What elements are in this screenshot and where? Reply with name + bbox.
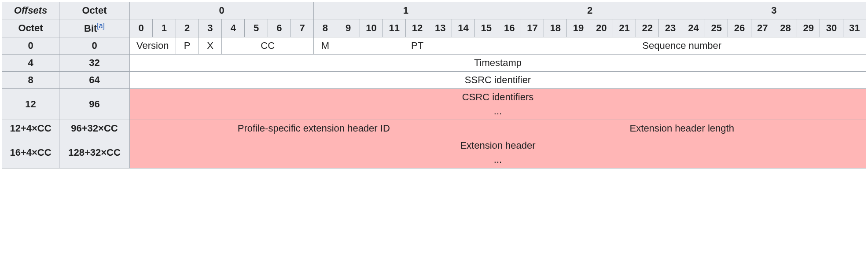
row-bit-offset: 128+32×CC <box>59 137 130 168</box>
field-cell: CC <box>222 37 314 55</box>
row-bit-offset: 96+32×CC <box>59 120 130 137</box>
table-row: 16+4×CC128+32×CCExtension header... <box>2 137 866 168</box>
octet-col-3: 3 <box>682 2 866 19</box>
bit-col-25: 25 <box>705 19 728 37</box>
field-cell: Profile-specific extension header ID <box>130 120 498 137</box>
bit-col-2: 2 <box>176 19 199 37</box>
bit-col-14: 14 <box>452 19 474 37</box>
header-bit-text: Bit <box>84 23 97 34</box>
bit-col-9: 9 <box>337 19 360 37</box>
field-cell: CSRC identifiers... <box>130 89 866 120</box>
bit-col-1: 1 <box>153 19 176 37</box>
bit-col-11: 11 <box>383 19 406 37</box>
field-cell: Version <box>130 37 176 55</box>
field-cell: Sequence number <box>498 37 866 55</box>
table-row: 864SSRC identifier <box>2 72 866 89</box>
bit-col-31: 31 <box>843 19 866 37</box>
bit-col-27: 27 <box>751 19 774 37</box>
header-row-octet-groups: Offsets Octet 0 1 2 3 <box>2 2 866 19</box>
field-cell: X <box>199 37 221 55</box>
row-octet-offset: 0 <box>2 37 59 55</box>
bit-col-10: 10 <box>360 19 383 37</box>
row-octet-offset: 16+4×CC <box>2 137 59 168</box>
table-row: 1296CSRC identifiers... <box>2 89 866 120</box>
row-bit-offset: 96 <box>59 89 130 120</box>
row-bit-offset: 32 <box>59 55 130 72</box>
field-label: CSRC identifiers <box>133 91 862 103</box>
table-header: Offsets Octet 0 1 2 3 Octet Bit[a] 01234… <box>2 2 866 37</box>
header-offsets: Offsets <box>2 2 59 19</box>
row-octet-offset: 12+4×CC <box>2 120 59 137</box>
field-cell: M <box>314 37 337 55</box>
header-row-bits: Octet Bit[a] 012345678910111213141516171… <box>2 19 866 37</box>
bit-col-6: 6 <box>268 19 291 37</box>
octet-col-1: 1 <box>314 2 498 19</box>
header-octet-label: Octet <box>59 2 130 19</box>
bit-col-21: 21 <box>613 19 636 37</box>
bit-col-13: 13 <box>429 19 452 37</box>
bit-col-7: 7 <box>291 19 313 37</box>
octet-col-2: 2 <box>498 2 682 19</box>
bit-col-28: 28 <box>774 19 797 37</box>
row-octet-offset: 12 <box>2 89 59 120</box>
row-bit-offset: 64 <box>59 72 130 89</box>
bit-col-23: 23 <box>659 19 682 37</box>
field-cell: Timestamp <box>130 55 866 72</box>
bit-col-15: 15 <box>475 19 498 37</box>
bit-col-12: 12 <box>406 19 429 37</box>
header-bit-label: Bit[a] <box>59 19 130 37</box>
bit-col-17: 17 <box>521 19 544 37</box>
bit-col-24: 24 <box>682 19 705 37</box>
table-row: 00VersionPXCCMPTSequence number <box>2 37 866 55</box>
bit-col-0: 0 <box>130 19 153 37</box>
table-row: 432Timestamp <box>2 55 866 72</box>
bit-col-4: 4 <box>222 19 245 37</box>
bit-col-3: 3 <box>199 19 221 37</box>
header-octet-label-2: Octet <box>2 19 59 37</box>
bit-col-18: 18 <box>544 19 567 37</box>
bit-col-30: 30 <box>820 19 843 37</box>
row-bit-offset: 0 <box>59 37 130 55</box>
field-label: Extension header <box>133 140 862 151</box>
row-octet-offset: 4 <box>2 55 59 72</box>
bit-col-5: 5 <box>245 19 268 37</box>
bit-col-8: 8 <box>314 19 337 37</box>
field-cell: PT <box>337 37 498 55</box>
field-cell: SSRC identifier <box>130 72 866 89</box>
bit-col-20: 20 <box>590 19 613 37</box>
packet-header-table: Offsets Octet 0 1 2 3 Octet Bit[a] 01234… <box>2 2 866 168</box>
table-row: 12+4×CC96+32×CCProfile-specific extensio… <box>2 120 866 137</box>
bit-col-29: 29 <box>797 19 820 37</box>
field-continuation: ... <box>133 154 862 165</box>
table-body: 00VersionPXCCMPTSequence number432Timest… <box>2 37 866 168</box>
field-continuation: ... <box>133 106 862 117</box>
bit-col-16: 16 <box>498 19 521 37</box>
footnote-ref-link[interactable]: [a] <box>97 22 105 29</box>
row-octet-offset: 8 <box>2 72 59 89</box>
field-cell: P <box>176 37 199 55</box>
field-cell: Extension header length <box>498 120 866 137</box>
field-cell: Extension header... <box>130 137 866 168</box>
bit-col-19: 19 <box>567 19 590 37</box>
bit-col-26: 26 <box>728 19 751 37</box>
bit-col-22: 22 <box>636 19 659 37</box>
octet-col-0: 0 <box>130 2 314 19</box>
